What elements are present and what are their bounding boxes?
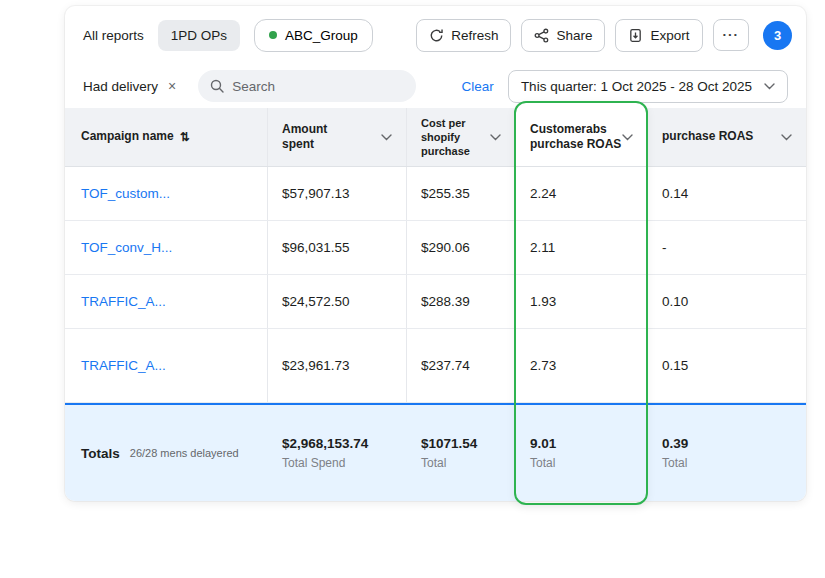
table-row: TOF_custom... $57,907.13 $255.35 2.24 0.… <box>65 167 806 221</box>
sort-icon[interactable]: ⇅ <box>180 130 190 144</box>
export-icon <box>628 28 643 43</box>
purchase-roas-cell: 0.15 <box>648 329 806 402</box>
refresh-icon <box>429 28 444 43</box>
report-tab-1pd-ops[interactable]: 1PD OPs <box>158 20 240 51</box>
more-options-button[interactable]: ··· <box>713 19 750 51</box>
campaign-name-link[interactable]: TRAFFIC_A... <box>65 275 268 328</box>
refresh-label: Refresh <box>451 28 498 43</box>
totals-value: 0.39 <box>662 436 688 451</box>
table-row: TRAFFIC_A... $24,572.50 $288.39 1.93 0.1… <box>65 275 806 329</box>
notification-badge[interactable]: 3 <box>763 21 792 50</box>
amount-spent-cell: $96,031.55 <box>268 221 407 274</box>
cost-per-purchase-cell: $237.74 <box>407 329 516 402</box>
purchase-roas-cell: 0.14 <box>648 167 806 220</box>
chevron-down-icon[interactable] <box>381 134 392 141</box>
campaign-name-link[interactable]: TOF_custom... <box>65 167 268 220</box>
column-label: Cost per shopify purchase <box>421 116 483 158</box>
group-label: ABC_Group <box>285 28 358 43</box>
column-header-amount-spent[interactable]: Amount spent <box>268 108 407 166</box>
purchase-roas-cell: - <box>648 221 806 274</box>
column-header-purchase-roas[interactable]: purchase ROAS <box>648 108 806 166</box>
column-label: purchase ROAS <box>662 129 753 144</box>
totals-label: Totals <box>81 446 120 461</box>
column-label: Amount spent <box>282 122 352 153</box>
filter-chip-had-delivery[interactable]: Had delivery × <box>83 79 176 94</box>
customerabs-roas-cell: 1.93 <box>516 275 648 328</box>
share-button[interactable]: Share <box>521 19 605 52</box>
totals-caption: Total <box>421 456 477 470</box>
column-label: Campaign name <box>81 129 174 144</box>
cost-per-purchase-cell: $255.35 <box>407 167 516 220</box>
cost-per-purchase-cell: $288.39 <box>407 275 516 328</box>
group-status-dot <box>269 31 277 39</box>
filter-bar: Had delivery × Clear This quarter: 1 Oct… <box>65 64 806 108</box>
all-reports-link[interactable]: All reports <box>83 28 144 43</box>
ads-report-page: All reports 1PD OPs ABC_Group Refresh Sh… <box>0 0 825 578</box>
search-input[interactable] <box>232 79 404 94</box>
campaign-name-link[interactable]: TOF_conv_H... <box>65 221 268 274</box>
toolbar: All reports 1PD OPs ABC_Group Refresh Sh… <box>65 6 806 64</box>
export-label: Export <box>650 28 689 43</box>
search-icon <box>210 79 224 93</box>
totals-value: $2,968,153.74 <box>282 436 368 451</box>
campaign-name-link[interactable]: TRAFFIC_A... <box>65 329 268 402</box>
export-button[interactable]: Export <box>615 19 702 52</box>
purchase-roas-cell: 0.10 <box>648 275 806 328</box>
totals-caption: Total Spend <box>282 456 368 470</box>
totals-value: $1071.54 <box>421 436 477 451</box>
column-header-customerabs-purchase-roas[interactable]: Customerabs purchase ROAS <box>516 108 648 166</box>
chevron-down-icon <box>764 83 775 90</box>
remove-filter-icon[interactable]: × <box>168 79 176 93</box>
totals-purchase-roas-cell: 0.39 Total <box>648 405 806 501</box>
customerabs-roas-cell: 2.24 <box>516 167 648 220</box>
table-row: TOF_conv_H... $96,031.55 $290.06 2.11 - <box>65 221 806 275</box>
column-header-cost-per-shopify-purchase[interactable]: Cost per shopify purchase <box>407 108 516 166</box>
cost-per-purchase-cell: $290.06 <box>407 221 516 274</box>
totals-customerabs-roas-cell: 9.01 Total <box>516 405 648 501</box>
totals-value: 9.01 <box>530 436 556 451</box>
report-table: Campaign name ⇅ Amount spent Cost per sh… <box>65 108 806 501</box>
chevron-down-icon[interactable] <box>490 134 501 141</box>
search-box[interactable] <box>198 70 416 102</box>
totals-row: Totals 26/28 mens delayered $2,968,153.7… <box>65 403 806 501</box>
column-header-campaign-name[interactable]: Campaign name ⇅ <box>65 108 268 166</box>
toolbar-actions: Refresh Share Export ··· 3 <box>416 19 792 52</box>
amount-spent-cell: $23,961.73 <box>268 329 407 402</box>
totals-caption: Total <box>530 456 556 470</box>
refresh-button[interactable]: Refresh <box>416 19 511 52</box>
customerabs-roas-cell: 2.73 <box>516 329 648 402</box>
totals-cost-per-purchase-cell: $1071.54 Total <box>407 405 516 501</box>
table-header-row: Campaign name ⇅ Amount spent Cost per sh… <box>65 108 806 167</box>
amount-spent-cell: $57,907.13 <box>268 167 407 220</box>
totals-amount-spent-cell: $2,968,153.74 Total Spend <box>268 405 407 501</box>
totals-cell: Totals 26/28 mens delayered <box>65 405 268 501</box>
clear-filters-link[interactable]: Clear <box>462 79 494 94</box>
group-selector[interactable]: ABC_Group <box>254 19 373 52</box>
customerabs-roas-cell: 2.11 <box>516 221 648 274</box>
date-range-selector[interactable]: This quarter: 1 Oct 2025 - 28 Oct 2025 <box>508 70 788 103</box>
report-card: All reports 1PD OPs ABC_Group Refresh Sh… <box>65 6 806 501</box>
share-icon <box>534 28 549 43</box>
date-range-label: This quarter: 1 Oct 2025 - 28 Oct 2025 <box>521 79 752 94</box>
share-label: Share <box>556 28 592 43</box>
totals-note: 26/28 mens delayered <box>130 447 239 459</box>
amount-spent-cell: $24,572.50 <box>268 275 407 328</box>
chevron-down-icon[interactable] <box>781 134 792 141</box>
column-label: Customerabs purchase ROAS <box>530 122 622 153</box>
chevron-down-icon[interactable] <box>622 134 633 141</box>
filter-chip-label: Had delivery <box>83 79 158 94</box>
totals-caption: Total <box>662 456 688 470</box>
table-row: TRAFFIC_A... $23,961.73 $237.74 2.73 0.1… <box>65 329 806 403</box>
